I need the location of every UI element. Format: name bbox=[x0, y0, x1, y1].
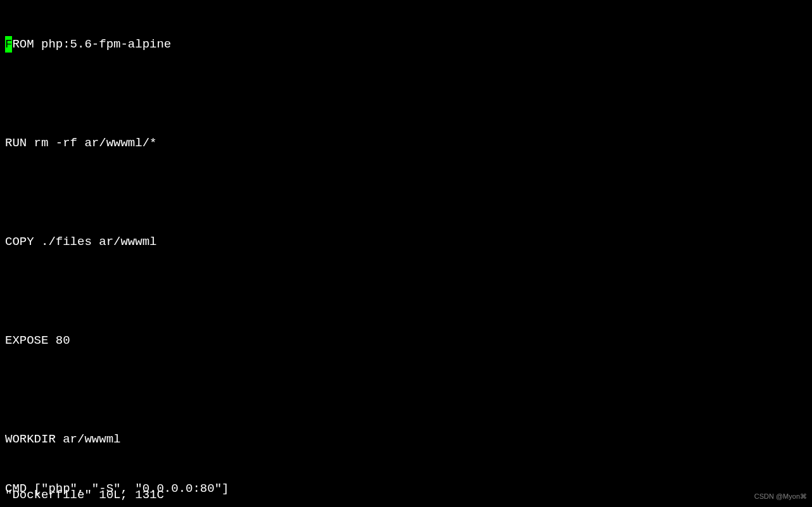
code-line: WORKDIR ar/wwwml bbox=[5, 431, 807, 448]
line-rest: ROM php:5.6-fpm-alpine bbox=[12, 37, 171, 51]
vim-status-line: "Dockerfile" 10L, 131C bbox=[5, 487, 164, 503]
watermark-text: CSDN @Myon⌘ bbox=[754, 488, 807, 504]
code-line bbox=[5, 283, 807, 299]
code-line: RUN rm -rf ar/wwwml/* bbox=[5, 135, 807, 151]
editor-viewport[interactable]: FROM php:5.6-fpm-alpine RUN rm -rf ar/ww… bbox=[5, 3, 807, 507]
code-line: COPY ./files ar/wwwml bbox=[5, 234, 807, 250]
cursor-block: F bbox=[5, 36, 12, 53]
code-line: FROM php:5.6-fpm-alpine bbox=[5, 36, 807, 53]
code-line bbox=[5, 85, 807, 102]
code-line bbox=[5, 382, 807, 398]
code-line bbox=[5, 184, 807, 201]
code-line: EXPOSE 80 bbox=[5, 332, 807, 349]
